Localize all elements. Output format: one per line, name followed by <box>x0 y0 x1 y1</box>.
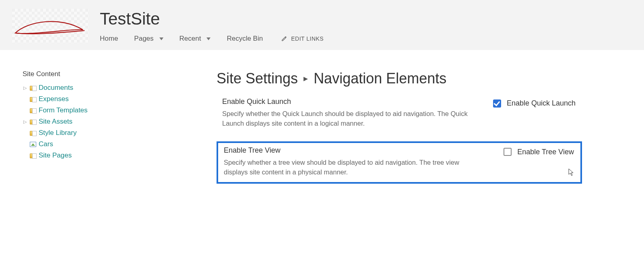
tree-view-checkbox[interactable] <box>504 148 512 156</box>
pencil-icon <box>281 36 287 41</box>
nav-pages[interactable]: Pages <box>134 33 170 44</box>
quick-launch-checkbox-label: Enable Quick Launch <box>507 99 576 108</box>
document-library-icon <box>30 120 36 124</box>
tree-view-checkbox-label: Enable Tree View <box>517 148 574 156</box>
edit-links-label: EDIT LINKS <box>291 35 324 42</box>
tree-item[interactable]: Cars <box>23 139 192 150</box>
nav-recycle-bin-label: Recycle Bin <box>227 35 263 43</box>
tree-item-label[interactable]: Site Assets <box>39 118 72 126</box>
tree-expander-icon[interactable]: ▷ <box>23 119 27 124</box>
section-tree-view: Enable Tree View Specify whether a tree … <box>217 141 582 184</box>
nav-pages-label: Pages <box>134 35 153 43</box>
breadcrumb-current: Navigation Elements <box>314 70 446 87</box>
quick-launch-desc: Specify whether the Quick Launch should … <box>222 109 477 128</box>
tree-item[interactable]: Style Library <box>23 127 192 139</box>
chevron-down-icon <box>206 37 211 40</box>
document-library-icon <box>30 97 36 102</box>
tree-item[interactable]: Form Templates <box>23 105 192 116</box>
site-header: TestSite Home Pages Recent Recycle Bin E… <box>0 0 644 50</box>
sidebar: Site Content ▷DocumentsExpensesForm Temp… <box>23 70 192 161</box>
breadcrumb-separator-icon: ▸ <box>303 73 308 84</box>
document-library-icon <box>30 131 36 136</box>
nav-recent-label: Recent <box>180 35 201 43</box>
nav-home-label: Home <box>100 35 118 43</box>
top-nav: Home Pages Recent Recycle Bin EDIT LINKS <box>100 33 324 44</box>
site-logo[interactable] <box>12 9 89 43</box>
tree-view-title: Enable Tree View <box>224 146 487 155</box>
tree-item-label[interactable]: Documents <box>39 84 73 92</box>
tree-item-label[interactable]: Form Templates <box>39 106 88 114</box>
edit-links-button[interactable]: EDIT LINKS <box>281 35 324 42</box>
document-library-icon <box>30 108 36 113</box>
car-logo-icon <box>12 17 89 37</box>
document-library-icon <box>30 153 36 158</box>
tree-view: ▷DocumentsExpensesForm Templates▷Site As… <box>23 82 192 161</box>
sidebar-heading: Site Content <box>23 70 192 78</box>
tree-view-desc: Specify whether a tree view should be di… <box>224 158 481 177</box>
main-content: Site Settings ▸ Navigation Elements Enab… <box>192 70 606 192</box>
tree-item[interactable]: Site Pages <box>23 150 192 161</box>
image-library-icon <box>30 142 36 147</box>
section-quick-launch: Enable Quick Launch Specify whether the … <box>217 94 582 133</box>
tree-item-label[interactable]: Style Library <box>39 129 76 137</box>
cursor-icon <box>568 168 575 176</box>
tree-item[interactable]: ▷Documents <box>23 82 192 93</box>
quick-launch-checkbox[interactable] <box>493 99 501 108</box>
tree-item[interactable]: Expenses <box>23 93 192 105</box>
quick-launch-title: Enable Quick Launch <box>222 97 477 106</box>
tree-expander-icon[interactable]: ▷ <box>23 85 27 91</box>
tree-item-label[interactable]: Cars <box>39 140 53 148</box>
chevron-down-icon <box>159 37 163 40</box>
document-library-icon <box>30 86 36 91</box>
nav-home[interactable]: Home <box>100 33 125 44</box>
tree-item-label[interactable]: Site Pages <box>39 151 72 160</box>
breadcrumb: Site Settings ▸ Navigation Elements <box>217 70 582 87</box>
nav-recycle-bin[interactable]: Recycle Bin <box>227 33 270 44</box>
breadcrumb-parent[interactable]: Site Settings <box>217 70 298 87</box>
tree-item-label[interactable]: Expenses <box>39 95 69 103</box>
site-title[interactable]: TestSite <box>100 10 324 27</box>
tree-item[interactable]: ▷Site Assets <box>23 116 192 127</box>
nav-recent[interactable]: Recent <box>180 33 218 44</box>
